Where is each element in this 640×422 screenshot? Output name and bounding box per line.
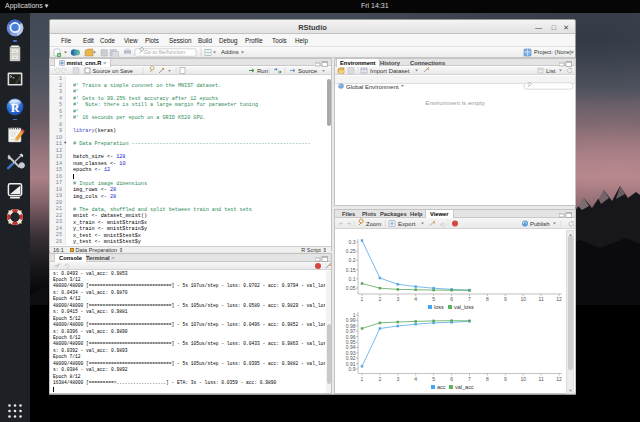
svg-text:R: R	[11, 101, 20, 115]
svg-text:4: 4	[414, 296, 417, 302]
svg-text:1: 1	[361, 296, 364, 302]
svg-text:0.25: 0.25	[346, 248, 356, 254]
svg-text:0.15: 0.15	[346, 267, 356, 273]
svg-text:7: 7	[468, 296, 471, 302]
svg-text:7: 7	[468, 376, 471, 382]
svg-text:val_loss: val_loss	[454, 304, 474, 310]
svg-text:4: 4	[414, 376, 417, 382]
svg-text:List: List	[546, 68, 556, 74]
svg-text:0.2: 0.2	[349, 257, 356, 263]
svg-text:12: 12	[556, 376, 562, 382]
svg-text:6: 6	[450, 376, 453, 382]
svg-text:Publish: Publish	[530, 221, 550, 227]
svg-text:Zoom: Zoom	[366, 221, 381, 227]
svg-text:8: 8	[486, 376, 489, 382]
svg-text:11: 11	[538, 296, 543, 302]
svg-text:0.9: 0.9	[349, 366, 356, 372]
svg-text:3: 3	[396, 296, 399, 302]
svg-text:8: 8	[486, 296, 489, 302]
svg-text:1: 1	[361, 376, 364, 382]
svg-text:3: 3	[396, 376, 399, 382]
svg-text:val_acc: val_acc	[455, 384, 474, 390]
svg-text:6: 6	[450, 296, 453, 302]
svg-text:10: 10	[520, 296, 526, 302]
svg-text:Addins: Addins	[221, 49, 239, 55]
svg-text:0.3: 0.3	[349, 239, 356, 245]
svg-text:Import Dataset: Import Dataset	[370, 68, 410, 74]
svg-text:9: 9	[504, 376, 507, 382]
svg-text:2: 2	[379, 376, 382, 382]
svg-text:5: 5	[432, 296, 435, 302]
svg-text:loss: loss	[434, 304, 444, 310]
svg-text:12: 12	[556, 296, 562, 302]
svg-text:Export: Export	[398, 221, 416, 227]
svg-text:Go to file/function: Go to file/function	[144, 49, 185, 55]
svg-text:9: 9	[504, 296, 507, 302]
svg-text:Source on Save: Source on Save	[93, 68, 133, 74]
svg-text:acc: acc	[437, 384, 446, 390]
svg-text:Global Environment: Global Environment	[346, 84, 399, 90]
svg-text:11: 11	[538, 376, 543, 382]
svg-text:5: 5	[432, 376, 435, 382]
svg-text:2: 2	[379, 296, 382, 302]
svg-text:Project: (None): Project: (None)	[534, 49, 572, 55]
svg-text:10: 10	[520, 376, 526, 382]
svg-text:Run: Run	[257, 68, 268, 74]
svg-text:Source: Source	[298, 68, 318, 74]
svg-text:0.1: 0.1	[349, 276, 356, 282]
svg-text:0.05: 0.05	[346, 285, 356, 291]
